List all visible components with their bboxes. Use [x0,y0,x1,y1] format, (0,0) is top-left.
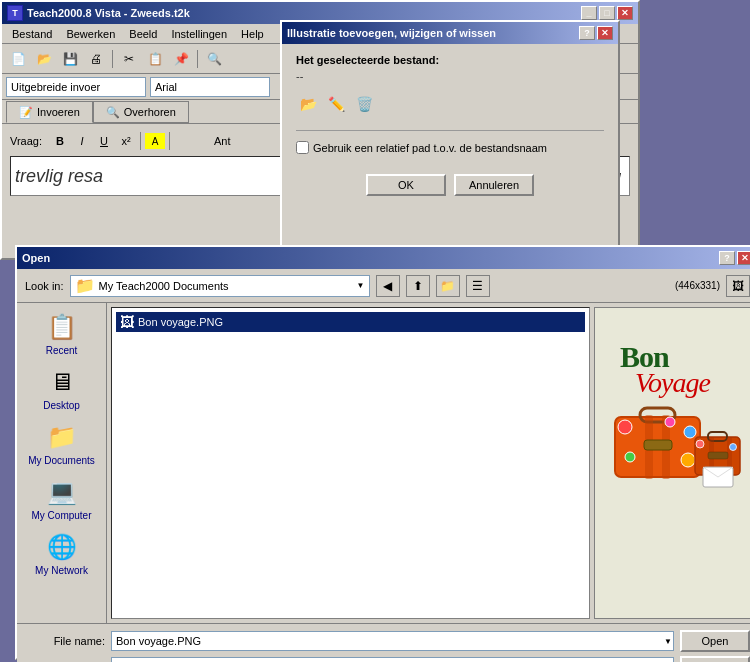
open-dialog-body: 📋 Recent 🖥 Desktop 📁 My Documents 💻 My C… [17,303,750,623]
dialog-close-button[interactable]: ✕ [597,26,613,40]
tab-invoeren[interactable]: 📝 Invoeren [6,101,93,123]
sidebar-item-computer[interactable]: 💻 My Computer [22,472,102,525]
desktop-label: Desktop [43,400,80,411]
lookin-dropdown[interactable]: 📁 My Teach2000 Documents ▼ [70,275,370,297]
font-dropdown[interactable]: Arial [150,77,270,97]
question-text: trevlig resa [15,166,103,187]
selected-file-label: Het geselecteerde bestand: [296,54,604,66]
filename-input[interactable] [111,631,674,651]
open-file-button[interactable]: Open [680,630,750,652]
paste-button[interactable]: 📌 [169,48,193,70]
sidebar-item-documents[interactable]: 📁 My Documents [22,417,102,470]
minimize-button[interactable]: _ [581,6,597,20]
lookin-arrow: ▼ [357,281,365,290]
ok-button[interactable]: OK [366,174,446,196]
open-file-dialog: Open ? ✕ Look in: 📁 My Teach2000 Documen… [15,245,750,660]
svg-rect-17 [708,452,728,459]
sidebar-panel: 📋 Recent 🖥 Desktop 📁 My Documents 💻 My C… [17,303,107,623]
cut-button[interactable]: ✂ [117,48,141,70]
file-item-bonvoyage[interactable]: 🖼 Bon voyage.PNG [116,312,585,332]
clear-icon-btn[interactable]: 🗑️ [352,92,376,116]
filename-arrow: ▼ [664,637,672,646]
sidebar-item-desktop[interactable]: 🖥 Desktop [22,362,102,415]
open-dialog-title: Open ? ✕ [17,247,750,269]
filetype-dropdown[interactable]: Alle afbeeldingsformaten (*.jpg, *.jpeg,… [111,657,674,662]
svg-point-8 [618,420,632,434]
superscript-button[interactable]: x² [116,132,136,150]
view-button[interactable]: ☰ [466,275,490,297]
find-button[interactable]: 🔍 [202,48,226,70]
dialog-controls[interactable]: ? ✕ [579,26,613,40]
app-icon: T [7,5,23,21]
filetype-row: Files of type: Alle afbeeldingsformaten … [25,656,750,662]
selected-file-value: -- [296,70,604,82]
up-button[interactable]: ⬆ [406,275,430,297]
tab-overhoren[interactable]: 🔍 Overhoren [93,101,189,123]
open-button[interactable]: 📂 [32,48,56,70]
svg-point-19 [730,444,737,451]
copy-button[interactable]: 📋 [143,48,167,70]
dialog-icon-buttons: 📂 ✏️ 🗑️ [296,92,604,116]
bold-button[interactable]: B [50,132,70,150]
italic-button[interactable]: I [72,132,92,150]
back-button[interactable]: ◀ [376,275,400,297]
sidebar-item-recent[interactable]: 📋 Recent [22,307,102,360]
preview-toggle-button[interactable]: 🖼 [726,275,750,297]
title-controls[interactable]: _ □ ✕ [581,6,633,20]
highlight-button[interactable]: A [145,133,165,149]
main-title: Teach2000.8 Vista - Zweeds.t2k [27,7,190,19]
menu-bestand[interactable]: Bestand [6,27,58,41]
cancel-button[interactable]: Annuleren [454,174,534,196]
menu-instellingen[interactable]: Instellingen [165,27,233,41]
filename-label: File name: [25,635,105,647]
format-toolbar: B I U x² A Ant [50,132,231,150]
answer-label: Ant [214,135,231,147]
dialog-illustratie: Illustratie toevoegen, wijzigen of wisse… [280,20,620,260]
question-label: Vraag: [10,135,42,147]
menu-help[interactable]: Help [235,27,270,41]
menu-bewerken[interactable]: Bewerken [60,27,121,41]
open-dialog-help-button[interactable]: ? [719,251,735,265]
network-icon: 🌐 [46,531,78,563]
new-button[interactable]: 📄 [6,48,30,70]
maximize-button[interactable]: □ [599,6,615,20]
overhoren-label: Overhoren [124,106,176,118]
overhoren-icon: 🔍 [106,106,120,119]
save-button[interactable]: 💾 [58,48,82,70]
svg-point-11 [681,453,695,467]
sidebar-item-network[interactable]: 🌐 My Network [22,527,102,580]
type-dropdown-wrapper[interactable]: Uitgebreide invoer [6,77,146,97]
preview-image: Bon Voyage [599,312,749,512]
toolbar-separator [112,50,113,68]
recent-label: Recent [46,345,78,356]
recent-icon: 📋 [46,311,78,343]
documents-icon: 📁 [46,421,78,453]
svg-point-12 [665,417,675,427]
open-dialog-controls[interactable]: ? ✕ [719,251,750,265]
lookin-value: My Teach2000 Documents [99,280,229,292]
relative-path-checkbox[interactable] [296,141,309,154]
fmt-separator2 [169,132,170,150]
new-folder-button[interactable]: 📁 [436,275,460,297]
lookin-label: Look in: [25,280,64,292]
underline-button[interactable]: U [94,132,114,150]
close-button[interactable]: ✕ [617,6,633,20]
type-dropdown[interactable]: Uitgebreide invoer [6,77,146,97]
size-info: (446x331) [675,280,720,291]
open-dialog-close-button[interactable]: ✕ [737,251,750,265]
svg-point-18 [696,440,704,448]
edit-icon-btn[interactable]: ✏️ [324,92,348,116]
dialog-buttons: OK Annuleren [296,174,604,196]
dialog-illustratie-title: Illustratie toevoegen, wijzigen of wisse… [282,22,618,44]
relative-path-label: Gebruik een relatief pad t.o.v. de besta… [313,142,547,154]
menu-beeld[interactable]: Beeld [123,27,163,41]
print-button[interactable]: 🖨 [84,48,108,70]
dialog-help-button[interactable]: ? [579,26,595,40]
open-folder-icon-btn[interactable]: 📂 [296,92,320,116]
computer-label: My Computer [31,510,91,521]
font-dropdown-wrapper[interactable]: Arial [150,77,270,97]
cancel-file-button[interactable]: Cancel [680,656,750,662]
file-panel[interactable]: 🖼 Bon voyage.PNG [111,307,590,619]
filename-row: File name: ▼ Open [25,630,750,652]
dialog-body: Het geselecteerde bestand: -- 📂 ✏️ 🗑️ Ge… [282,44,618,206]
